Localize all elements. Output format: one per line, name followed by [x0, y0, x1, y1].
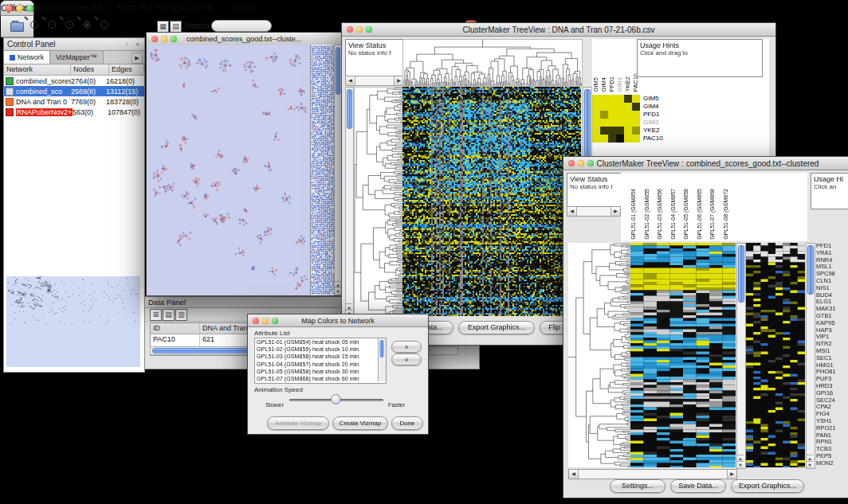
- column-id[interactable]: ID: [151, 323, 200, 334]
- network-list-row[interactable]: combined_scores2764(0)16218(0): [4, 76, 144, 86]
- move-down-button[interactable]: ∨: [391, 354, 422, 365]
- minimize-button[interactable]: [578, 160, 584, 166]
- close-button[interactable]: [6, 5, 13, 12]
- select-attributes-icon[interactable]: ⊞: [150, 309, 162, 321]
- float-panel-icon[interactable]: ▫: [123, 40, 132, 49]
- attribute-item[interactable]: GPL51-04 (GSM857) heat shock 20 min: [255, 361, 386, 368]
- attribute-db-icon[interactable]: ▥: [175, 309, 187, 321]
- scrollbar-track[interactable]: [577, 207, 610, 216]
- matrix-column-label[interactable]: PFD1: [608, 76, 616, 92]
- header-network[interactable]: Network: [4, 64, 71, 75]
- mini-scrollbar[interactable]: ◀ ▶: [567, 206, 621, 217]
- save-data-button[interactable]: Save Data...: [670, 479, 726, 493]
- scrollbar-thumb[interactable]: [379, 340, 384, 357]
- scroll-right-arrow[interactable]: ▶: [610, 207, 620, 216]
- move-up-button[interactable]: ∧: [391, 341, 422, 353]
- scroll-left-arrow[interactable]: ◀: [569, 470, 579, 479]
- matrix-row-label[interactable]: PAC10: [643, 135, 663, 143]
- list-scrollbar[interactable]: [378, 338, 386, 381]
- scroll-down-arrow[interactable]: ▼: [335, 287, 341, 295]
- close-button[interactable]: [568, 160, 575, 166]
- zoom-button[interactable]: [272, 318, 278, 324]
- scrollbar-track[interactable]: [355, 76, 394, 85]
- export-graphics-button[interactable]: Export Graphics...: [731, 479, 804, 493]
- close-button[interactable]: [253, 318, 259, 324]
- settings-button[interactable]: Settings...: [610, 479, 665, 493]
- array-column-label[interactable]: GPL51-04 (GSM857: [670, 189, 684, 240]
- animate-vizmap-button[interactable]: Animate Vizmap: [267, 416, 329, 430]
- array-column-label[interactable]: GPL51-07 (GSM868: [709, 189, 723, 240]
- network-list-row[interactable]: DNA and Tran 07769(0)183728(0): [4, 96, 144, 107]
- scrollbar-thumb[interactable]: [807, 245, 814, 295]
- scroll-right-arrow[interactable]: ▶: [727, 470, 736, 479]
- array-dendrogram[interactable]: [402, 39, 583, 87]
- zoom-button[interactable]: [366, 26, 372, 33]
- close-button[interactable]: [347, 26, 353, 33]
- scrollbar-thumb[interactable]: [347, 89, 352, 129]
- expression-heatmap[interactable]: [630, 243, 736, 467]
- matrix-row-label[interactable]: GIM5: [643, 95, 663, 103]
- matrix-column-label[interactable]: GIM4: [600, 77, 608, 92]
- zoom-button[interactable]: [26, 5, 33, 12]
- array-column-label[interactable]: GPL51-01 (GSM854: [630, 189, 644, 240]
- scroll-down-arrow[interactable]: ▼: [737, 461, 744, 468]
- scrollbar-track[interactable]: [579, 470, 727, 479]
- table-view-icon[interactable]: ▤: [170, 21, 182, 33]
- select-rows-icon[interactable]: ▤: [163, 309, 175, 321]
- search-input[interactable]: [211, 20, 272, 32]
- mini-scrollbar[interactable]: ◀ ▶: [345, 76, 404, 86]
- secondary-scrollbar[interactable]: ▲ ▼: [806, 243, 815, 469]
- array-column-label[interactable]: GPL51-08 (GSM872: [723, 189, 736, 240]
- minimize-button[interactable]: [356, 26, 363, 33]
- tab-vizmapper[interactable]: VizMapper™: [50, 51, 104, 64]
- scroll-left-arrow[interactable]: ◀: [346, 76, 355, 85]
- matrix-row-label[interactable]: GIM4: [643, 103, 663, 111]
- attribute-item[interactable]: GPL51-01 (GSM854) heat shock 05 min: [255, 338, 386, 346]
- array-column-label[interactable]: GPL51-02 (GSM855: [644, 189, 658, 240]
- gene-dendrogram[interactable]: [568, 243, 630, 467]
- minimize-button[interactable]: [16, 5, 23, 12]
- close-button[interactable]: [151, 36, 158, 42]
- heatmap-scrollbar[interactable]: ▲ ▼: [736, 243, 746, 469]
- tab-network[interactable]: Network: [4, 51, 50, 64]
- minimize-button[interactable]: [161, 36, 167, 42]
- export-graphics-button[interactable]: Export Graphics...: [458, 321, 535, 334]
- dense-network-canvas[interactable]: [311, 45, 336, 295]
- scrollbar-thumb[interactable]: [738, 245, 744, 303]
- treeview-dna-title-bar[interactable]: ClusterMaker TreeView : DNA and Tran 07-…: [342, 23, 775, 37]
- array-column-label[interactable]: GPL51-06 (GSM865: [697, 189, 710, 240]
- secondary-heatmap[interactable]: [746, 243, 805, 467]
- speed-slider-thumb[interactable]: [331, 394, 341, 404]
- dialog-title-bar[interactable]: Map Colors to Network: [248, 315, 428, 327]
- network-overview-thumbnail[interactable]: [6, 276, 140, 367]
- attribute-item[interactable]: GPL51-02 (GSM855) heat shock 10 min: [255, 346, 386, 353]
- matrix-column-label[interactable]: GIM3: [616, 77, 624, 92]
- tab-overflow-button[interactable]: ▶: [132, 53, 143, 64]
- matrix-column-label[interactable]: GIM5: [592, 77, 600, 92]
- array-column-label[interactable]: GPL51-05 (GSM858: [683, 189, 697, 240]
- grid-view-icon[interactable]: ▦: [157, 21, 169, 33]
- horizontal-scrollbar[interactable]: ◀ ▶: [568, 469, 737, 479]
- correlation-matrix[interactable]: [592, 95, 640, 143]
- network-window-title-bar[interactable]: combined_scores_good.txt--cluste...: [147, 33, 341, 45]
- open-folder-icon[interactable]: [10, 22, 24, 32]
- gene-label[interactable]: MON2: [816, 460, 848, 467]
- network-canvas[interactable]: [147, 45, 310, 295]
- attribute-item[interactable]: GPL51-07 (GSM868) heat shock 60 min: [255, 375, 386, 382]
- matrix-column-label[interactable]: YKE2: [624, 76, 632, 92]
- scroll-left-arrow[interactable]: ◀: [567, 207, 577, 216]
- network-list-row[interactable]: combined_sco2569(8)13112(15): [4, 86, 144, 96]
- gene-tree-scrollbar[interactable]: ▲ ▼: [345, 87, 354, 318]
- scroll-down-arrow[interactable]: ▼: [807, 461, 813, 468]
- network-list-row[interactable]: RNAPuberNov2+563(0)107847(0): [4, 107, 144, 117]
- attribute-item[interactable]: GPL51-05 (GSM858) heat shock 30 min: [255, 368, 386, 375]
- array-column-label[interactable]: GPL51-03 (GSM856: [657, 189, 670, 240]
- close-panel-icon[interactable]: ×: [133, 40, 142, 49]
- scrollbar-thumb[interactable]: [584, 89, 591, 158]
- treeview-combined-title-bar[interactable]: ClusterMaker TreeView : combined_scores_…: [563, 157, 848, 170]
- zoom-button[interactable]: [587, 160, 594, 166]
- attribute-item[interactable]: GPL51-03 (GSM856) heat shock 15 min: [255, 353, 386, 360]
- matrix-row-label[interactable]: PFD1: [643, 111, 663, 119]
- minimize-button[interactable]: [262, 318, 269, 324]
- attribute-list[interactable]: GPL51-01 (GSM854) heat shock 05 minGPL51…: [254, 338, 387, 384]
